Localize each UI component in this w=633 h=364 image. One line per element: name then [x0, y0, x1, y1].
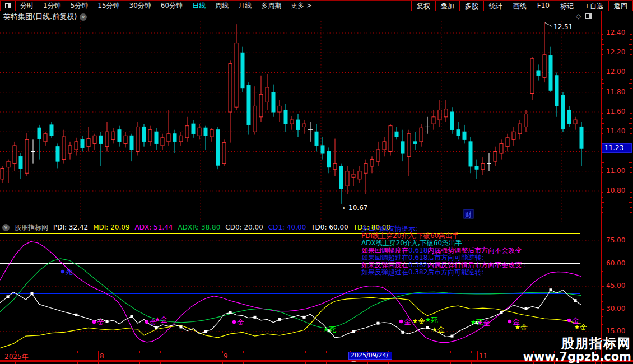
signal-marker: 金 — [92, 318, 104, 326]
period-tab-6[interactable]: 日线 — [192, 1, 206, 11]
candle — [75, 138, 78, 156]
period-tab-4[interactable]: 30分钟 — [129, 1, 151, 11]
panel-cell-border — [305, 362, 306, 364]
timeline-tick — [160, 351, 161, 353]
panel-cell-border — [243, 362, 244, 364]
candle — [524, 110, 528, 132]
svg-text:★: ★ — [477, 319, 483, 326]
indicator-axis-label: 45.00 — [606, 282, 625, 290]
svg-text:金: 金 — [97, 318, 104, 326]
watermark-site-name: 股朋指标网 — [523, 337, 631, 351]
svg-text:金: 金 — [580, 323, 587, 332]
window-split-button[interactable] — [0, 1, 16, 11]
candle — [339, 164, 343, 204]
signal-marker: ★死 — [425, 316, 438, 324]
candle — [111, 128, 115, 143]
indicator-axis-label: 30.00 — [606, 305, 625, 312]
action-button-8[interactable]: 返回 — [608, 1, 633, 11]
candle — [327, 147, 331, 173]
candlestick-chart[interactable]: 12.51←10.67财 — [0, 11, 601, 222]
candle — [469, 137, 472, 173]
candle — [463, 125, 466, 143]
series-PDI — [0, 290, 581, 338]
action-button-6[interactable]: 标记 — [555, 1, 579, 11]
annotation-text: 内属反弹行情后市方向不会改变： — [427, 261, 528, 269]
action-button-5[interactable]: F10 — [532, 1, 555, 11]
candle — [87, 127, 90, 151]
action-button-4[interactable]: 画线 — [508, 1, 532, 11]
panel-cell-border — [77, 362, 78, 364]
panel-cell-border — [347, 362, 347, 364]
selected-date-badge[interactable]: 2025/09/24/三 — [348, 352, 392, 360]
candle — [62, 130, 66, 164]
candle — [204, 126, 207, 150]
period-tab-2[interactable]: 5分钟 — [71, 1, 89, 11]
candle — [346, 166, 349, 194]
period-tabs: 分时1分钟5分钟15分钟30分钟60分钟日线周线月线多周期更多 > — [16, 1, 312, 11]
action-button-3[interactable]: 统计 — [483, 1, 508, 11]
candle — [537, 64, 540, 80]
action-button-1[interactable]: 叠加 — [435, 1, 459, 11]
collapse-icon[interactable]: v — [2, 224, 10, 231]
period-tab-5[interactable]: 60分钟 — [161, 1, 183, 11]
candle — [81, 136, 84, 151]
candle — [216, 127, 220, 169]
signal-marker: ★金 — [574, 323, 587, 332]
panel-cell-border — [430, 362, 430, 364]
svg-text:死: 死 — [65, 268, 73, 276]
candle — [395, 127, 398, 139]
candle — [210, 128, 213, 142]
panel-cell-border — [388, 362, 389, 364]
panel-split-icon — [5, 3, 11, 8]
candle — [407, 130, 411, 176]
candle — [124, 132, 127, 147]
panel-cell-border — [98, 362, 99, 364]
candle — [118, 126, 121, 147]
indicator-axis-label: 15.00 — [606, 327, 625, 335]
candle — [259, 76, 263, 122]
candle — [567, 106, 571, 127]
candle — [161, 134, 164, 150]
axis-tick — [601, 332, 604, 332]
panel-cell-border — [513, 362, 513, 364]
period-tab-8[interactable]: 月线 — [238, 1, 252, 11]
signal-marker: ★金 — [155, 315, 167, 324]
panel-cell-border — [181, 362, 181, 364]
candle — [543, 22, 546, 83]
candle — [444, 100, 448, 122]
svg-text:★: ★ — [471, 319, 476, 326]
timeline-month-label: 9 — [224, 352, 228, 360]
period-tab-10[interactable]: 更多 > — [291, 1, 312, 11]
axis-tick — [601, 324, 603, 325]
candle — [518, 120, 522, 139]
period-tab-3[interactable]: 15分钟 — [97, 1, 119, 11]
diamond-icon[interactable]: ◇ — [576, 12, 581, 20]
candle — [555, 72, 558, 116]
candle — [487, 153, 491, 171]
candle — [413, 132, 417, 150]
action-button-0[interactable]: 复权 — [411, 1, 435, 11]
action-button-2[interactable]: 多股 — [459, 1, 483, 11]
panel-cell-border — [450, 362, 451, 364]
candle — [580, 122, 583, 166]
chevron-down-icon[interactable]: v — [80, 13, 87, 21]
indicator-source-label: 股朋指标网 — [15, 223, 48, 232]
period-tab-7[interactable]: 周线 — [215, 1, 229, 11]
period-tab-1[interactable]: 1分钟 — [43, 1, 61, 11]
candle — [549, 47, 552, 92]
candle — [333, 139, 337, 176]
timeline-tick — [77, 351, 78, 353]
action-button-7[interactable]: +自选 — [579, 1, 608, 11]
axis-tick — [601, 301, 603, 302]
indicator-annotations: 多日均线友情提示:PDI线上穿20介入,下破60急出手ADX线上穿20介入,下破… — [361, 225, 528, 276]
price-axis-label: 11.60 — [606, 108, 625, 115]
panel-cell-border — [202, 362, 202, 364]
timeline-tick — [243, 351, 244, 353]
period-tab-0[interactable]: 分时 — [20, 1, 34, 11]
period-tab-9[interactable]: 多周期 — [261, 1, 281, 11]
candle — [266, 74, 269, 110]
candle — [561, 92, 565, 132]
candle — [481, 157, 485, 175]
panel-divider[interactable] — [0, 222, 633, 222]
panel-toggle-icon[interactable] — [585, 13, 592, 19]
